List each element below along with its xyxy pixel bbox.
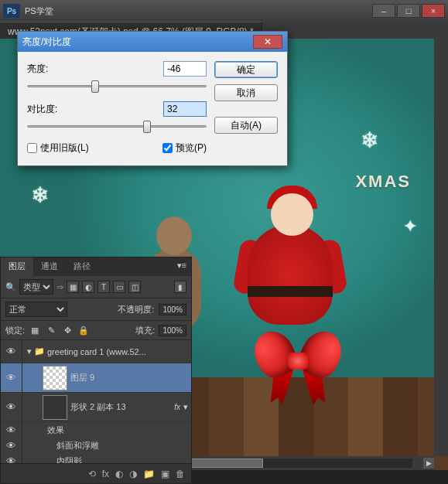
visibility-toggle[interactable]: 👁 (1, 363, 22, 392)
link-layers-icon[interactable]: ⟲ (88, 469, 96, 479)
visibility-toggle[interactable]: 👁 (1, 393, 22, 421)
visibility-toggle[interactable]: 👁 (1, 422, 22, 438)
visibility-toggle[interactable]: 👁 (1, 340, 22, 363)
canvas-text-xmas: XMAS (355, 172, 411, 192)
layer-filter-row: 🔍 类型 ⇒ ▦ ◐ T ▭ ◫ ▮ (1, 276, 191, 298)
panel-menu-icon[interactable]: ▾≡ (173, 257, 191, 276)
blend-row: 正常 不透明度: 100% (1, 298, 191, 321)
search-icon: 🔍 (5, 282, 16, 292)
window-close-button[interactable]: × (422, 4, 445, 18)
delete-layer-icon[interactable]: 🗑 (176, 469, 185, 479)
opacity-label: 不透明度: (118, 304, 154, 315)
fill-label: 填充: (135, 325, 155, 336)
snowflake-icon: ✦ (403, 216, 417, 237)
vertical-scrollbar[interactable] (434, 39, 448, 456)
filter-pixel-icon[interactable]: ▦ (67, 281, 79, 293)
brightness-input[interactable] (163, 61, 207, 77)
blend-mode-select[interactable]: 正常 (5, 302, 67, 317)
preview-label: 预览(P) (176, 141, 207, 155)
filter-kind-select[interactable]: 类型 (19, 279, 53, 295)
fill-value[interactable]: 100% (159, 325, 186, 336)
layer-row-selected[interactable]: 👁 图层 9 (1, 363, 191, 393)
cancel-button[interactable]: 取消 (214, 84, 278, 101)
dialog-titlebar[interactable]: 亮度/对比度 ✕ (18, 32, 287, 52)
fx-badge[interactable]: fx (174, 403, 180, 411)
use-legacy-label: 使用旧版(L) (40, 141, 89, 155)
auto-button[interactable]: 自动(A) (214, 117, 278, 134)
tab-layers[interactable]: 图层 (1, 257, 33, 276)
filter-toggle[interactable]: ▮ (174, 281, 186, 293)
santa-graphic (232, 193, 348, 348)
layer-group-row[interactable]: 👁 ▾ 📁 greeting card 1 (www.52... (1, 340, 191, 363)
lock-label: 锁定: (5, 325, 25, 336)
layer-row[interactable]: 👁 形状 2 副本 13 fx ▾ (1, 393, 191, 422)
contrast-input[interactable] (163, 101, 207, 117)
window-maximize-button[interactable]: □ (397, 4, 420, 18)
brightness-contrast-dialog: 亮度/对比度 ✕ 亮度: 对比度: (17, 31, 288, 166)
adjustment-layer-icon[interactable]: ◑ (129, 469, 137, 479)
scroll-right-icon[interactable]: ▶ (423, 458, 434, 469)
layer-name[interactable]: 形状 2 副本 13 (70, 401, 171, 413)
brightness-slider[interactable] (27, 78, 207, 95)
layer-tree: 👁 ▾ 📁 greeting card 1 (www.52... 👁 图层 9 … (1, 340, 191, 463)
layers-bottom-bar: ⟲ fx ◐ ◑ 📁 ▣ 🗑 (1, 463, 191, 483)
tab-paths[interactable]: 路径 (66, 257, 98, 276)
filter-smart-icon[interactable]: ◫ (128, 281, 141, 293)
opacity-value[interactable]: 100% (159, 304, 186, 315)
fx-inner-shadow-row[interactable]: 👁 内阴影 (1, 453, 191, 463)
snowflake-icon: ❄ (361, 128, 378, 153)
lock-position-icon[interactable]: ✥ (61, 324, 74, 336)
collapse-icon[interactable]: ▾ (27, 346, 32, 356)
filter-shape-icon[interactable]: ▭ (113, 281, 125, 293)
fx-bevel-row[interactable]: 👁 斜面和浮雕 (1, 438, 191, 453)
panel-tabs: 图层 通道 路径 ▾≡ (1, 257, 191, 276)
titlebar-doc-label: PS学堂 (25, 5, 53, 17)
dialog-title: 亮度/对比度 (22, 36, 253, 49)
ok-button[interactable]: 确定 (214, 61, 278, 78)
use-legacy-input[interactable] (27, 143, 37, 153)
fx-effects-row[interactable]: 👁 效果 (1, 422, 191, 438)
app-titlebar: Ps PS学堂 – □ × (0, 0, 448, 22)
filter-type-icon[interactable]: T (97, 281, 110, 293)
layer-thumbnail[interactable] (43, 395, 67, 420)
folder-icon: 📁 (34, 346, 45, 356)
contrast-slider[interactable] (27, 118, 207, 135)
window-minimize-button[interactable]: – (372, 4, 395, 18)
use-legacy-checkbox[interactable]: 使用旧版(L) (27, 141, 89, 155)
new-layer-icon[interactable]: ▣ (161, 469, 169, 479)
slider-thumb[interactable] (91, 80, 99, 93)
filter-adjust-icon[interactable]: ◐ (82, 281, 94, 293)
slider-thumb[interactable] (143, 121, 151, 133)
layers-panel: 图层 通道 路径 ▾≡ 🔍 类型 ⇒ ▦ ◐ T ▭ ◫ ▮ 正常 不透明度: … (0, 257, 192, 484)
lock-pixels-icon[interactable]: ✎ (45, 324, 57, 336)
layer-thumbnail[interactable] (43, 366, 67, 390)
contrast-label: 对比度: (27, 103, 69, 116)
layer-name[interactable]: 图层 9 (70, 372, 188, 383)
app-badge: Ps (3, 4, 20, 18)
new-group-icon[interactable]: 📁 (143, 469, 155, 479)
snowflake-icon: ❄ (31, 182, 49, 208)
lock-all-icon[interactable]: 🔒 (77, 324, 90, 336)
lock-row: 锁定: ▦ ✎ ✥ 🔒 填充: 100% (1, 321, 191, 340)
tab-channels[interactable]: 通道 (33, 257, 66, 276)
visibility-toggle[interactable]: 👁 (1, 453, 22, 463)
layer-style-icon[interactable]: fx (102, 469, 109, 479)
layer-name[interactable]: greeting card 1 (www.52... (47, 347, 188, 356)
ribbon-graphic (255, 331, 340, 408)
layer-mask-icon[interactable]: ◐ (115, 469, 123, 479)
lock-transparent-icon[interactable]: ▦ (29, 324, 41, 336)
brightness-label: 亮度: (27, 63, 69, 76)
dialog-close-button[interactable]: ✕ (253, 35, 282, 49)
fx-collapse-icon[interactable]: ▾ (183, 402, 188, 412)
preview-checkbox[interactable]: 预览(P) (162, 141, 207, 155)
visibility-toggle[interactable]: 👁 (1, 438, 22, 453)
preview-input[interactable] (162, 143, 173, 153)
